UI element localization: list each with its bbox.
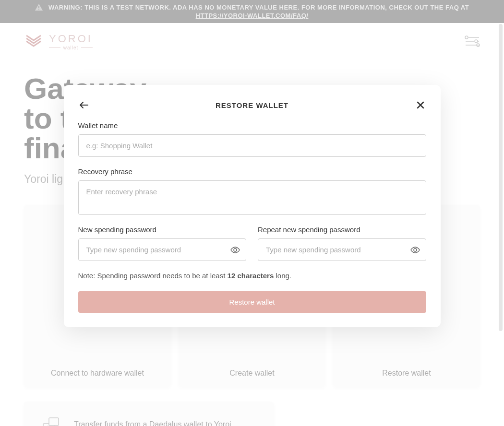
new-password-label: New spending password	[78, 225, 247, 234]
wallet-name-label: Wallet name	[78, 121, 426, 130]
recovery-phrase-input[interactable]: Enter recovery phrase	[78, 180, 426, 215]
eye-icon[interactable]	[410, 245, 420, 255]
recovery-phrase-label: Recovery phrase	[78, 167, 426, 176]
eye-icon[interactable]	[230, 245, 240, 255]
svg-point-11	[234, 248, 237, 251]
back-button[interactable]	[78, 99, 90, 111]
close-button[interactable]	[415, 99, 426, 111]
repeat-password-label: Repeat new spending password	[258, 225, 426, 234]
modal-title: RESTORE WALLET	[90, 101, 415, 109]
wallet-name-input[interactable]	[78, 134, 426, 157]
repeat-password-input[interactable]	[258, 238, 426, 261]
restore-wallet-modal: RESTORE WALLET Wallet name Recovery phra…	[64, 85, 441, 327]
svg-point-12	[414, 248, 417, 251]
restore-wallet-button[interactable]: Restore wallet	[78, 291, 426, 313]
password-note: Note: Spending password needs to be at l…	[78, 272, 426, 280]
modal-overlay: RESTORE WALLET Wallet name Recovery phra…	[0, 0, 504, 426]
new-password-input[interactable]	[78, 238, 247, 261]
